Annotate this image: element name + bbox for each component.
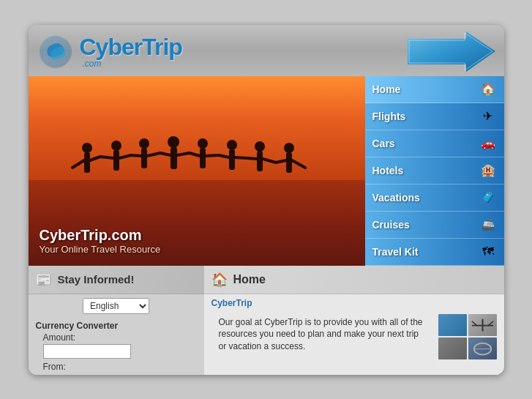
nav-item-travelkit[interactable]: Travel Kit 🗺 — [365, 239, 504, 266]
home-nav-icon: 🏠 — [479, 81, 497, 98]
home-bar-title: Home — [233, 273, 266, 286]
svg-rect-24 — [229, 149, 235, 170]
svg-line-21 — [190, 153, 200, 156]
logo-icon — [37, 34, 74, 70]
svg-point-23 — [227, 140, 237, 150]
svg-rect-20 — [200, 148, 206, 168]
lang-select-row: English Spanish French — [29, 294, 204, 318]
svg-point-27 — [255, 141, 265, 152]
nav-item-cruises[interactable]: Cruises 🚢 — [365, 212, 504, 239]
svg-line-5 — [72, 160, 84, 168]
svg-line-18 — [177, 153, 190, 155]
logo-area: CyberTrip .com — [37, 34, 182, 70]
svg-line-30 — [263, 159, 276, 163]
logo-cyber: Cyber — [80, 34, 143, 60]
stay-informed-title: Stay Informed! — [58, 273, 135, 286]
hero-text: CyberTrip.com Your Online Travel Resourc… — [40, 227, 161, 255]
home-bar-icon: 🏠 — [211, 272, 228, 288]
nav-label-cruises: Cruises — [372, 219, 479, 231]
nav-label-travelkit: Travel Kit — [372, 246, 479, 258]
svg-point-15 — [168, 136, 179, 148]
bottom-right: 🏠 Home CyberTrip Our goal at CyberTrip i… — [204, 266, 504, 375]
nav-sidebar: Home 🏠 Flights ✈ Cars 🚗 Hotels 🏨 Vacatio… — [365, 76, 504, 266]
main-container: CyberTrip .com — [29, 25, 504, 375]
currency-section: Currency Converter Amount: From: — [29, 318, 204, 375]
stay-informed-bar: 📰 Stay Informed! — [29, 266, 204, 294]
svg-marker-1 — [408, 31, 495, 72]
currency-amount-label: Amount: — [43, 332, 197, 343]
nav-label-flights: Flights — [372, 111, 479, 122]
home-bar: 🏠 Home — [204, 266, 504, 294]
bottom-left: 📰 Stay Informed! English Spanish French … — [29, 266, 204, 375]
svg-rect-8 — [113, 150, 119, 171]
nav-label-vacations: Vacations — [372, 192, 479, 204]
svg-line-13 — [131, 155, 141, 156]
currency-amount-input[interactable] — [43, 344, 131, 359]
svg-line-6 — [90, 157, 100, 160]
nav-label-hotels: Hotels — [372, 165, 479, 176]
travelkit-nav-icon: 🗺 — [479, 243, 497, 261]
logo-com: .com — [83, 59, 182, 69]
cruises-nav-icon: 🚢 — [479, 216, 497, 234]
logo-title: CyberTrip — [80, 35, 182, 59]
home-image-4 — [468, 338, 497, 359]
home-description: Our goal at CyberTrip is to provide you … — [211, 314, 432, 355]
language-select[interactable]: English Spanish French — [83, 298, 149, 314]
vacations-nav-icon: 🧳 — [479, 189, 497, 206]
home-images-grid — [438, 314, 497, 354]
people-silhouettes — [29, 135, 365, 193]
svg-line-9 — [100, 157, 113, 158]
svg-point-3 — [82, 143, 92, 153]
svg-line-10 — [119, 155, 131, 158]
svg-line-34 — [292, 160, 305, 168]
svg-point-7 — [111, 141, 121, 151]
header: CyberTrip .com — [29, 25, 504, 76]
brand-name: CyberTrip — [204, 294, 504, 310]
nav-item-hotels[interactable]: Hotels 🏨 — [365, 157, 504, 184]
logo-trip: Trip — [142, 34, 182, 60]
svg-line-26 — [235, 157, 247, 158]
home-image-3 — [438, 338, 467, 359]
nav-label-cars: Cars — [372, 138, 479, 149]
nav-item-flights[interactable]: Flights ✈ — [365, 103, 504, 130]
svg-point-19 — [198, 138, 208, 149]
svg-rect-16 — [171, 147, 177, 169]
svg-rect-28 — [257, 151, 263, 171]
header-arrow — [408, 31, 495, 72]
logo-text: CyberTrip .com — [80, 35, 182, 69]
svg-rect-12 — [141, 148, 147, 168]
svg-line-17 — [160, 153, 171, 155]
flights-nav-icon: ✈ — [479, 108, 497, 125]
svg-rect-32 — [286, 152, 292, 173]
hero-title: CyberTrip.com — [40, 227, 161, 244]
svg-line-33 — [276, 160, 286, 163]
nav-label-home: Home — [372, 83, 479, 95]
hero-subtitle: Your Online Travel Resource — [40, 244, 161, 255]
svg-line-25 — [219, 155, 229, 157]
currency-from-label: From: — [43, 362, 197, 372]
nav-item-vacations[interactable]: Vacations 🧳 — [365, 184, 504, 212]
nav-item-cars[interactable]: Cars 🚗 — [365, 130, 504, 157]
home-bottom-content: Our goal at CyberTrip is to provide you … — [204, 310, 504, 359]
svg-point-11 — [139, 138, 149, 149]
home-image-1 — [438, 314, 467, 336]
nav-item-home[interactable]: Home 🏠 — [365, 76, 504, 103]
cars-nav-icon: 🚗 — [479, 135, 497, 152]
bottom-area: 📰 Stay Informed! English Spanish French … — [29, 266, 504, 375]
content-area: CyberTrip.com Your Online Travel Resourc… — [29, 76, 504, 266]
svg-line-29 — [247, 158, 257, 159]
hero-section: CyberTrip.com Your Online Travel Resourc… — [29, 76, 365, 266]
svg-line-14 — [147, 153, 160, 156]
stay-informed-icon: 📰 — [36, 272, 52, 288]
svg-rect-4 — [84, 152, 90, 173]
hotels-nav-icon: 🏨 — [479, 162, 497, 179]
home-image-2 — [468, 314, 497, 336]
currency-title: Currency Converter — [36, 321, 197, 331]
svg-point-31 — [284, 143, 294, 153]
svg-line-22 — [206, 155, 219, 156]
